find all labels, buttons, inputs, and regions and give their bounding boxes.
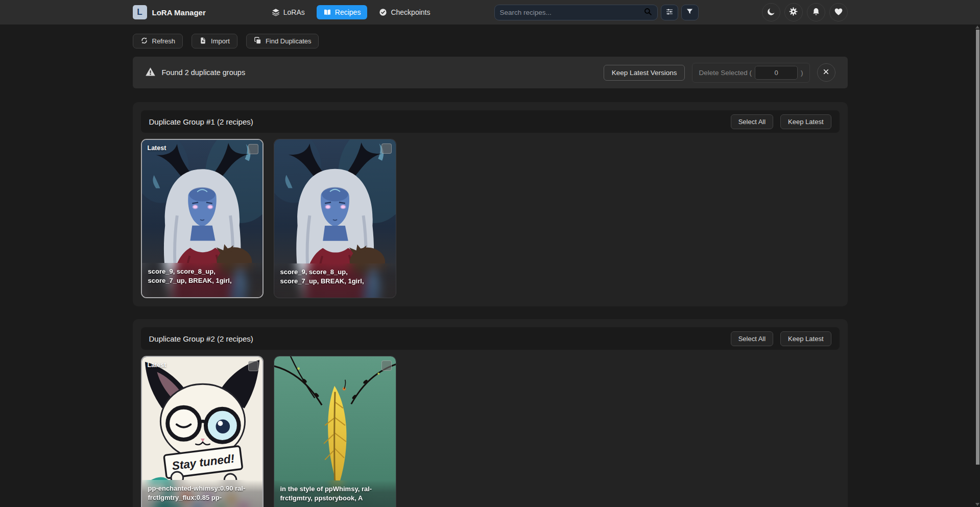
nav-tab-loras[interactable]: LoRAs — [265, 5, 312, 19]
nav-tab-label: Checkpoints — [391, 8, 430, 16]
select-all-button[interactable]: Select All — [731, 114, 773, 129]
group-header: Duplicate Group #1 (2 recipes) Select Al… — [141, 110, 840, 133]
caption-line: score_7_up, BREAK, 1girl, — [148, 276, 256, 285]
recipe-checkbox[interactable] — [248, 144, 258, 154]
funnel-icon — [686, 8, 694, 17]
top-navbar: L LoRA Manager LoRAs Recipes Checkpoints — [0, 0, 980, 25]
scrollbar-up-arrow[interactable] — [975, 26, 979, 29]
find-duplicates-label: Find Duplicates — [266, 37, 312, 45]
scrollbar-down-arrow[interactable] — [975, 503, 979, 506]
logo-letter: L — [137, 7, 142, 17]
search-input[interactable] — [500, 9, 643, 16]
bell-icon — [811, 7, 821, 18]
card-row: Latest score_9, score_8_up, score_7_up, … — [141, 139, 840, 298]
keep-latest-versions-button[interactable]: Keep Latest Versions — [604, 65, 685, 81]
nav-tab-recipes[interactable]: Recipes — [317, 5, 368, 19]
recipe-checkbox[interactable] — [381, 143, 392, 154]
banner-actions: Keep Latest Versions Delete Selected ( ) — [604, 63, 835, 83]
import-label: Import — [211, 37, 230, 45]
settings-button[interactable] — [784, 3, 803, 21]
page-scrollbar[interactable] — [975, 25, 980, 507]
close-icon — [822, 68, 830, 77]
scrollbar-thumb[interactable] — [976, 30, 979, 465]
delete-count-input[interactable] — [755, 66, 798, 80]
warning-icon — [145, 66, 156, 79]
search-container — [494, 5, 658, 20]
recipe-checkbox[interactable] — [248, 361, 258, 371]
caption-line: in the style of ppWhimsy, ral- — [280, 485, 390, 493]
nav-tab-label: LoRAs — [283, 8, 305, 16]
select-all-button[interactable]: Select All — [731, 331, 773, 346]
app-logo: L — [133, 5, 147, 19]
search-settings-button[interactable] — [661, 5, 678, 20]
moon-icon — [767, 7, 776, 18]
recipe-caption: score_9, score_8_up, score_7_up, BREAK, … — [142, 263, 262, 297]
refresh-label: Refresh — [152, 37, 176, 45]
heart-icon — [834, 7, 843, 18]
find-duplicates-button[interactable]: Find Duplicates — [246, 34, 319, 49]
recipe-card[interactable]: Latest score_9, score_8_up, score_7_up, … — [141, 139, 264, 298]
app-title: LoRA Manager — [152, 8, 206, 17]
nav-tab-label: Recipes — [335, 8, 361, 16]
duplicate-group-2: Duplicate Group #2 (2 recipes) Select Al… — [133, 319, 848, 507]
support-button[interactable] — [829, 3, 848, 21]
theme-toggle-button[interactable] — [762, 3, 780, 21]
import-icon — [199, 37, 207, 46]
banner-message: Found 2 duplicate groups — [162, 68, 246, 77]
close-banner-button[interactable] — [817, 63, 835, 82]
group-actions: Select All Keep Latest — [731, 114, 831, 129]
latest-badge: Latest — [148, 361, 166, 369]
navbar-actions — [762, 3, 848, 21]
recipe-checkbox[interactable] — [381, 360, 392, 371]
search-area — [494, 5, 699, 20]
delete-selected-prefix: Delete Selected ( — [699, 69, 752, 77]
recipe-caption: score_9, score_8_up, score_7_up, BREAK, … — [274, 263, 396, 298]
recipe-card[interactable]: in the style of ppWhimsy, ral- frctlgmtr… — [274, 356, 396, 507]
book-icon — [323, 8, 331, 16]
layers-icon — [272, 8, 280, 16]
recipe-card[interactable]: score_9, score_8_up, score_7_up, BREAK, … — [274, 139, 396, 298]
check-circle-icon — [379, 8, 387, 16]
duplicate-group-1: Duplicate Group #1 (2 recipes) Select Al… — [133, 102, 848, 306]
card-row: Stay tuned! Latest pp-enchanted-wh — [141, 356, 840, 507]
duplicates-banner: Found 2 duplicate groups Keep Latest Ver… — [133, 57, 848, 88]
caption-line: score_9, score_8_up, — [280, 268, 390, 276]
group-title: Duplicate Group #1 (2 recipes) — [149, 117, 253, 126]
caption-line: score_9, score_8_up, — [148, 267, 256, 276]
recipe-caption: in the style of ppWhimsy, ral- frctlgmtr… — [274, 480, 396, 507]
filter-button[interactable] — [681, 5, 699, 20]
search-icon[interactable] — [643, 7, 652, 18]
refresh-button[interactable]: Refresh — [133, 34, 183, 49]
delete-selected-button[interactable]: Delete Selected ( ) — [692, 63, 809, 83]
caption-line: score_7_up, BREAK, 1girl, — [280, 277, 390, 285]
delete-selected-suffix: ) — [801, 69, 803, 77]
keep-latest-button[interactable]: Keep Latest — [780, 114, 831, 129]
notifications-button[interactable] — [807, 3, 825, 21]
recipe-card[interactable]: Stay tuned! Latest pp-enchanted-wh — [141, 356, 264, 507]
nav-tab-checkpoints[interactable]: Checkpoints — [372, 5, 437, 19]
group-title: Duplicate Group #2 (2 recipes) — [149, 334, 253, 343]
keep-latest-button[interactable]: Keep Latest — [780, 331, 831, 346]
group-actions: Select All Keep Latest — [731, 331, 831, 346]
import-button[interactable]: Import — [192, 34, 237, 49]
caption-line: frctlgmtry, ppstorybook, A — [280, 494, 390, 502]
recipe-caption: pp-enchanted-whimsy:0.90 ral- frctlgmtry… — [142, 480, 262, 507]
duplicates-icon — [254, 37, 261, 46]
gear-icon — [788, 7, 798, 18]
app-brand[interactable]: L LoRA Manager — [133, 5, 206, 19]
caption-line: pp-enchanted-whimsy:0.90 ral- — [148, 484, 256, 493]
caption-line: frctlgmtry_flux:0.85 pp- — [148, 493, 256, 502]
latest-badge: Latest — [148, 144, 166, 152]
sliders-icon — [665, 8, 674, 17]
main-content: Refresh Import Find Duplicates Found 2 d… — [133, 34, 848, 507]
refresh-icon — [140, 37, 148, 46]
group-header: Duplicate Group #2 (2 recipes) Select Al… — [141, 327, 840, 350]
toolbar: Refresh Import Find Duplicates — [133, 34, 848, 49]
main-nav: LoRAs Recipes Checkpoints — [265, 5, 437, 19]
